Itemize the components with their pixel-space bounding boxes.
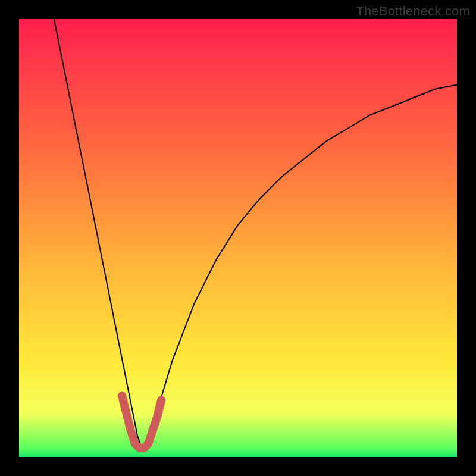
- watermark-text: TheBottleneck.com: [356, 4, 470, 19]
- plot-area: [19, 19, 457, 457]
- chart-svg: [19, 19, 457, 457]
- chart-frame: TheBottleneck.com: [0, 0, 476, 476]
- highlight-band: [122, 396, 161, 448]
- bottleneck-curve: [54, 19, 457, 448]
